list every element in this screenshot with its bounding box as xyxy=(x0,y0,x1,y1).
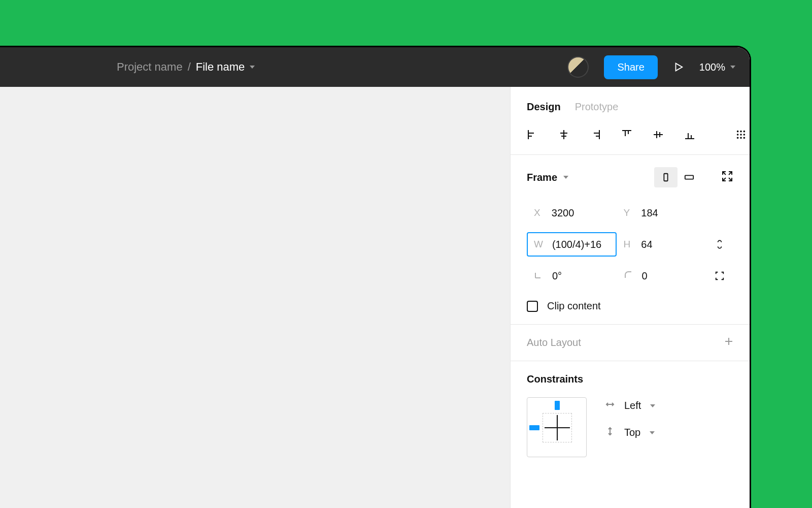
project-name[interactable]: Project name xyxy=(117,60,183,74)
y-label: Y xyxy=(624,207,632,218)
align-top-icon[interactable] xyxy=(621,129,632,140)
horizontal-arrow-icon xyxy=(605,399,615,412)
frame-label: Frame xyxy=(527,172,557,183)
chevron-down-icon xyxy=(650,431,655,434)
h-label: H xyxy=(624,239,632,250)
vertical-arrow-icon xyxy=(605,426,615,439)
svg-point-22 xyxy=(737,134,739,136)
panel-tabs: Design Prototype xyxy=(511,87,750,123)
constraints-picker[interactable] xyxy=(527,397,587,457)
rotation-input[interactable] xyxy=(552,270,610,282)
chevron-down-icon xyxy=(563,176,568,179)
clip-content-label: Clip content xyxy=(547,300,601,312)
align-right-icon[interactable] xyxy=(590,129,601,140)
corner-radius-input[interactable] xyxy=(642,270,699,282)
vertical-constraint-value: Top xyxy=(624,427,640,438)
add-auto-layout-button[interactable] xyxy=(724,337,733,348)
svg-point-27 xyxy=(743,137,746,139)
constraint-top-indicator xyxy=(555,401,560,410)
chevron-down-icon xyxy=(730,66,735,69)
x-input[interactable] xyxy=(552,207,610,219)
svg-rect-29 xyxy=(685,175,693,179)
rotation-icon xyxy=(534,270,543,282)
svg-point-21 xyxy=(743,131,746,133)
chevron-down-icon xyxy=(250,66,255,69)
width-input[interactable] xyxy=(552,239,610,250)
svg-point-25 xyxy=(737,137,739,139)
height-field[interactable]: H xyxy=(617,232,706,257)
zoom-dropdown[interactable]: 100% xyxy=(699,61,735,73)
x-label: X xyxy=(534,207,543,218)
zoom-value: 100% xyxy=(699,61,725,73)
align-horizontal-center-icon[interactable] xyxy=(558,129,569,140)
properties-panel: Design Prototype xyxy=(510,87,750,508)
constraints-label: Constraints xyxy=(527,373,733,385)
breadcrumb-separator: / xyxy=(188,60,191,74)
align-vertical-center-icon[interactable] xyxy=(653,129,664,140)
toolbar: Project name / File name Share 100% xyxy=(0,47,750,87)
orientation-landscape-button[interactable] xyxy=(678,167,701,187)
lock-aspect-button[interactable] xyxy=(706,238,733,250)
rotation-field[interactable] xyxy=(527,264,617,288)
breadcrumb: Project name / File name xyxy=(117,60,255,74)
chevron-down-icon xyxy=(650,404,655,407)
svg-point-20 xyxy=(740,131,742,133)
alignment-controls xyxy=(511,123,750,155)
frame-section: Frame xyxy=(511,155,750,325)
independent-corners-button[interactable] xyxy=(706,270,733,282)
y-input[interactable] xyxy=(641,207,699,219)
orientation-portrait-button[interactable] xyxy=(654,167,678,187)
clip-content-checkbox[interactable] xyxy=(527,301,538,312)
corner-radius-icon xyxy=(624,270,633,282)
auto-layout-section: Auto Layout xyxy=(511,325,750,361)
resize-to-fit-button[interactable] xyxy=(721,170,733,184)
present-button[interactable] xyxy=(673,61,684,73)
align-left-icon[interactable] xyxy=(527,129,538,140)
svg-point-26 xyxy=(740,137,742,139)
orientation-toggle xyxy=(654,167,701,187)
constraints-section: Constraints Left xyxy=(511,361,750,469)
align-bottom-icon[interactable] xyxy=(684,129,695,140)
svg-rect-28 xyxy=(664,174,667,181)
width-field[interactable]: W xyxy=(527,232,617,257)
frame-preset-dropdown[interactable]: Frame xyxy=(527,172,568,183)
avatar[interactable] xyxy=(567,56,589,78)
tab-prototype[interactable]: Prototype xyxy=(575,101,619,113)
tidy-up-button[interactable] xyxy=(736,130,751,140)
chevron-down-icon xyxy=(750,133,751,136)
height-input[interactable] xyxy=(641,239,699,250)
canvas[interactable] xyxy=(0,87,510,508)
app-window: Project name / File name Share 100% Desi xyxy=(0,46,751,508)
tab-design[interactable]: Design xyxy=(527,101,561,113)
constraint-left-indicator xyxy=(529,425,539,430)
horizontal-constraint-value: Left xyxy=(624,400,641,411)
svg-point-24 xyxy=(743,134,746,136)
vertical-constraint-dropdown[interactable]: Top xyxy=(605,426,655,439)
auto-layout-label: Auto Layout xyxy=(527,337,581,348)
svg-point-19 xyxy=(737,131,739,133)
corner-radius-field[interactable] xyxy=(617,264,706,288)
w-label: W xyxy=(534,239,543,250)
svg-marker-0 xyxy=(675,64,682,71)
y-field[interactable]: Y xyxy=(617,201,706,225)
svg-point-23 xyxy=(740,134,742,136)
clip-content-row[interactable]: Clip content xyxy=(527,300,733,312)
file-name: File name xyxy=(196,60,245,74)
horizontal-constraint-dropdown[interactable]: Left xyxy=(605,399,655,412)
share-button[interactable]: Share xyxy=(604,55,657,79)
file-name-dropdown[interactable]: File name xyxy=(196,60,255,74)
x-field[interactable]: X xyxy=(527,201,617,225)
